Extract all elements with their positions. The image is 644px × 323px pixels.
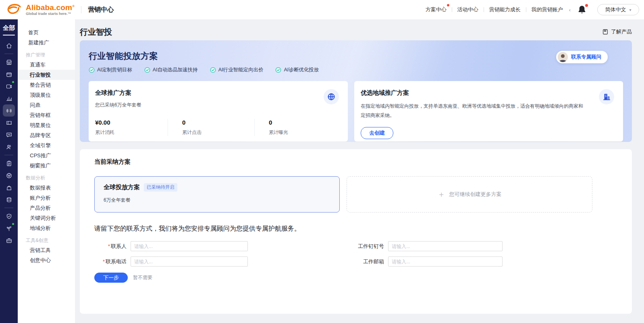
- nav-separator: [452, 7, 452, 12]
- work-dingtalk-input[interactable]: [388, 241, 503, 251]
- book-icon: [602, 29, 609, 35]
- sidebar-item[interactable]: 问鼎: [18, 100, 75, 110]
- app-title: 营销中心: [88, 6, 114, 14]
- plus-icon: ＋: [438, 189, 445, 200]
- language-selector[interactable]: 简体中文 ▾: [597, 4, 639, 15]
- rail-all-button[interactable]: 全部: [3, 24, 15, 32]
- sidebar-item[interactable]: 创意中心: [18, 255, 75, 265]
- notification-bell-icon[interactable]: [577, 5, 587, 15]
- banner-feature: AI行业智能定向出价: [210, 67, 264, 73]
- nav-plan-center[interactable]: 方案中心: [425, 5, 447, 14]
- rail-divider: [4, 208, 13, 208]
- contact-intro-text: 请留下您的联系方式，我们将为您安排专属顾问为您提供专属护航服务。: [94, 225, 617, 233]
- rail-broadcast-icon[interactable]: [3, 104, 15, 117]
- header-divider: [81, 6, 81, 13]
- sidebar-item[interactable]: 营销年框: [18, 110, 75, 120]
- create-region-plan-button[interactable]: 去创建: [361, 127, 393, 139]
- contact-name-input[interactable]: [131, 241, 248, 251]
- rail-shop-icon[interactable]: [3, 56, 15, 68]
- skip-link[interactable]: 暂不需要: [133, 274, 152, 281]
- field-label: 工作邮箱: [353, 258, 384, 265]
- rail-bag-icon[interactable]: [3, 181, 15, 194]
- rail-home-icon[interactable]: [3, 40, 15, 52]
- required-asterisk: *: [108, 243, 110, 249]
- bell-notification-dot: [585, 4, 588, 7]
- stat-value: 0: [269, 119, 341, 126]
- sidebar-item[interactable]: 明星展位: [18, 120, 75, 130]
- buildings-badge-icon: [599, 89, 614, 104]
- sidebar-item[interactable]: 账户分析: [18, 193, 75, 203]
- rail-bar-chart-icon[interactable]: [3, 92, 15, 104]
- contact-phone-input[interactable]: [131, 256, 248, 267]
- rail-items: [0, 40, 18, 246]
- stat-累计曝光: 0累计曝光: [254, 119, 341, 136]
- rail-comment-icon[interactable]: [3, 129, 15, 141]
- nav-separator: [484, 7, 484, 12]
- global-plan-stats: ¥0.00累计消耗0累计点击0累计曝光: [95, 119, 341, 136]
- sidebar-section-title: 数据分析: [18, 173, 75, 183]
- rail-coins-icon[interactable]: [3, 194, 15, 206]
- rail-divider: [4, 54, 13, 54]
- stat-value: 0: [182, 119, 254, 126]
- field-contact-name: *联系人: [94, 241, 248, 251]
- banner-feature: AI诊断优化投放: [275, 67, 319, 73]
- learn-product-link[interactable]: 了解产品: [602, 28, 632, 35]
- nav-marketing-growth[interactable]: 营销能力成长: [489, 5, 521, 14]
- adopted-plan-card[interactable]: 全球投放方案 已采纳待开启 6万全年套餐: [94, 176, 340, 213]
- sidebar-menu: 首页新建推广推广管理直通车行业智投整合营销顶级展位问鼎营销年框明星展位品牌专区全…: [18, 19, 75, 323]
- next-step-button[interactable]: 下一步: [94, 273, 128, 283]
- nav-my-marketing-account[interactable]: 我的营销账户: [531, 5, 563, 14]
- sidebar-item[interactable]: 行业智投: [18, 70, 75, 80]
- rail-ticket-icon[interactable]: [3, 117, 15, 129]
- sidebar-item[interactable]: 首页: [18, 27, 75, 38]
- contact-form: *联系人工作钉钉号*联系电话工作邮箱: [94, 241, 617, 267]
- app-window: Alibaba.com® Global trade starts here.™ …: [0, 0, 644, 323]
- region-plan-card[interactable]: 优选地域推广方案 在指定地域内智能定向投放，支持单选东南亚、欧洲等优选地域集中投…: [354, 81, 623, 142]
- stat-累计点击: 0累计点击: [168, 119, 254, 136]
- alibaba-logo[interactable]: Alibaba.com® Global trade starts here.™: [6, 3, 75, 16]
- rail-video-icon[interactable]: [3, 80, 15, 92]
- sidebar-item[interactable]: 品牌专区: [18, 130, 75, 140]
- check-badge-icon: [144, 67, 150, 73]
- main-content: 行业智投 了解产品 行业智能投放方案 AI定制营销目标AI自动选品加速扶持AI行…: [75, 19, 644, 323]
- sidebar-item[interactable]: 整合营销: [18, 80, 75, 90]
- field-work-email: 工作邮箱: [353, 256, 503, 267]
- sidebar-item[interactable]: 顶级展位: [18, 90, 75, 100]
- nav-activity-center[interactable]: 活动中心: [457, 5, 479, 14]
- sidebar-item[interactable]: CPS推广: [18, 150, 75, 160]
- chevron-down-icon: ▾: [629, 8, 631, 12]
- header-nav: 方案中心活动中心营销能力成长我的营销账户: [425, 5, 563, 14]
- rail-plant-icon[interactable]: [3, 222, 15, 234]
- rail-users-icon[interactable]: [3, 141, 15, 153]
- rail-wallet-icon[interactable]: [3, 68, 15, 80]
- field-work-dingtalk: 工作钉钉号: [353, 241, 503, 251]
- rail-clipboard-icon[interactable]: [3, 157, 15, 169]
- sidebar-section-title: 推广管理: [18, 50, 75, 60]
- sidebar-item[interactable]: 全域引擎: [18, 140, 75, 150]
- rail-shield-check-icon[interactable]: [3, 210, 15, 222]
- rail-briefcase-icon[interactable]: [3, 234, 15, 246]
- sidebar-item[interactable]: 新建推广: [18, 38, 75, 48]
- work-email-input[interactable]: [388, 256, 503, 267]
- globe-badge-icon: [324, 89, 339, 104]
- collapse-chevron-icon[interactable]: ‹: [569, 7, 571, 13]
- sidebar-item[interactable]: 地域分析: [18, 223, 75, 233]
- global-plan-card[interactable]: 全球推广方案 您已采纳6万全年套餐 ¥0.00累计消耗0累计点击0累计曝光: [89, 81, 348, 142]
- rail-divider: [4, 155, 13, 155]
- sidebar-item[interactable]: 数据报表: [18, 183, 75, 193]
- sidebar-item[interactable]: 橱窗推广: [18, 160, 75, 171]
- sidebar-item[interactable]: 关键词分析: [18, 213, 75, 223]
- global-plan-subtitle: 您已采纳6万全年套餐: [95, 102, 341, 108]
- rail-globe-icon[interactable]: [3, 169, 15, 181]
- sidebar-item[interactable]: 产品分析: [18, 203, 75, 213]
- adopted-plan-name: 全球投放方案: [104, 183, 140, 191]
- contact-consultant-button[interactable]: 联系专属顾问: [556, 51, 608, 63]
- field-label: *联系电话: [94, 258, 127, 265]
- create-more-plans-card[interactable]: ＋ 您可继续创建更多方案: [347, 176, 592, 213]
- create-more-label: 您可继续创建更多方案: [449, 191, 502, 198]
- adopted-plans-panel: 当前采纳方案 全球投放方案 已采纳待开启 6万全年套餐 ＋ 您可继续创建更多方案: [80, 149, 632, 314]
- sidebar-item[interactable]: 营销工具: [18, 245, 75, 255]
- stat-label: 累计曝光: [269, 129, 341, 136]
- global-plan-title: 全球推广方案: [95, 89, 341, 97]
- sidebar-item[interactable]: 直通车: [18, 60, 75, 70]
